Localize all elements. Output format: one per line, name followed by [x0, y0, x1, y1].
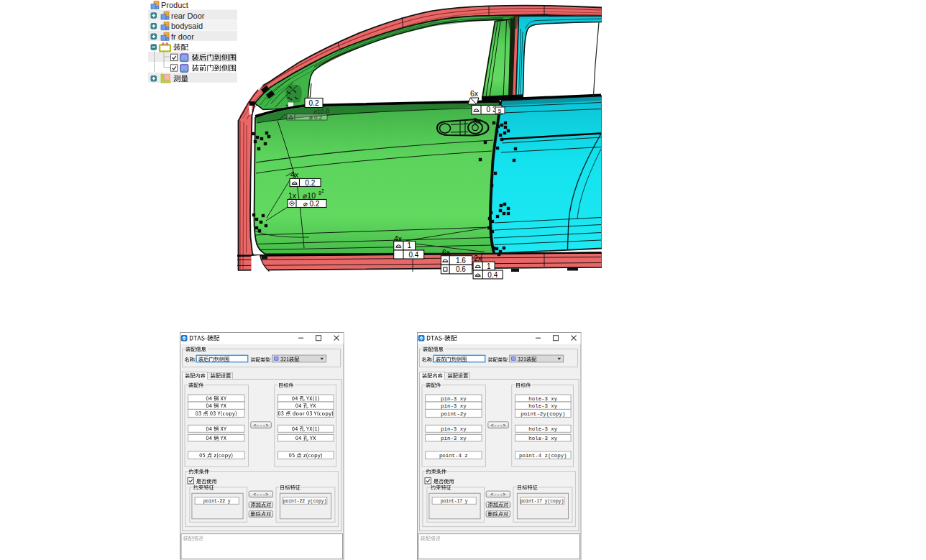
- svg-text:0.6: 0.6: [456, 265, 466, 273]
- svg-text:1: 1: [487, 262, 491, 270]
- svg-text:<--->: <--->: [490, 423, 505, 428]
- svg-text:pin-3 xy: pin-3 xy: [441, 436, 467, 441]
- svg-text:5: 5: [498, 108, 502, 114]
- svg-text:pin-3 xy: pin-3 xy: [441, 426, 467, 432]
- svg-text:3x: 3x: [473, 116, 482, 125]
- svg-text:6x: 6x: [470, 89, 479, 98]
- svg-text:point-2y(copy): point-2y(copy): [521, 411, 565, 417]
- svg-text:fr door: fr door: [171, 32, 194, 41]
- svg-text:pin-3 xy: pin-3 xy: [441, 403, 467, 409]
- svg-text:hole-3 xy: hole-3 xy: [528, 426, 557, 432]
- svg-text:point-17 y(copy): point-17 y(copy): [521, 499, 564, 504]
- svg-text:hole-3 xy: hole-3 xy: [528, 396, 557, 402]
- svg-text:<--->: <--->: [253, 423, 268, 428]
- svg-text:0.4: 0.4: [487, 271, 498, 279]
- svg-text:1x: 1x: [288, 191, 297, 200]
- svg-text:point-17 y: point-17 y: [441, 499, 468, 504]
- svg-text:rear Door: rear Door: [171, 12, 205, 20]
- svg-text:point-4 z: point-4 z: [439, 453, 468, 459]
- svg-text:0.2: 0.2: [305, 179, 315, 187]
- svg-text:2x: 2x: [474, 254, 482, 262]
- svg-text:point-4 z(copy): point-4 z(copy): [519, 453, 567, 459]
- svg-text:bodysaid: bodysaid: [171, 22, 203, 30]
- svg-text:⌀ 0.2: ⌀ 0.2: [309, 114, 323, 121]
- svg-text:0.2: 0.2: [309, 99, 319, 107]
- svg-text:2: 2: [321, 188, 324, 193]
- svg-text:pin-3 xy: pin-3 xy: [441, 396, 467, 402]
- svg-text:point-22 y: point-22 y: [203, 499, 231, 504]
- svg-text:<--->: <--->: [253, 492, 268, 497]
- svg-text:point-22 y(copy): point-22 y(copy): [283, 499, 326, 504]
- svg-text:6x: 6x: [442, 248, 451, 257]
- svg-text:hole-3 xy: hole-3 xy: [528, 403, 557, 409]
- svg-text:1: 1: [408, 242, 412, 249]
- svg-text:1.6: 1.6: [456, 257, 466, 265]
- svg-text:hole-3 xy: hole-3 xy: [528, 436, 557, 441]
- svg-text:point-2y: point-2y: [441, 411, 467, 417]
- svg-text:0.4: 0.4: [408, 251, 418, 259]
- svg-text:4x: 4x: [290, 170, 299, 179]
- svg-text:⌀10: ⌀10: [303, 191, 316, 200]
- svg-text:<--->: <--->: [490, 492, 505, 497]
- svg-text:Product: Product: [161, 1, 188, 9]
- svg-text:⌀ 0.2: ⌀ 0.2: [303, 200, 320, 208]
